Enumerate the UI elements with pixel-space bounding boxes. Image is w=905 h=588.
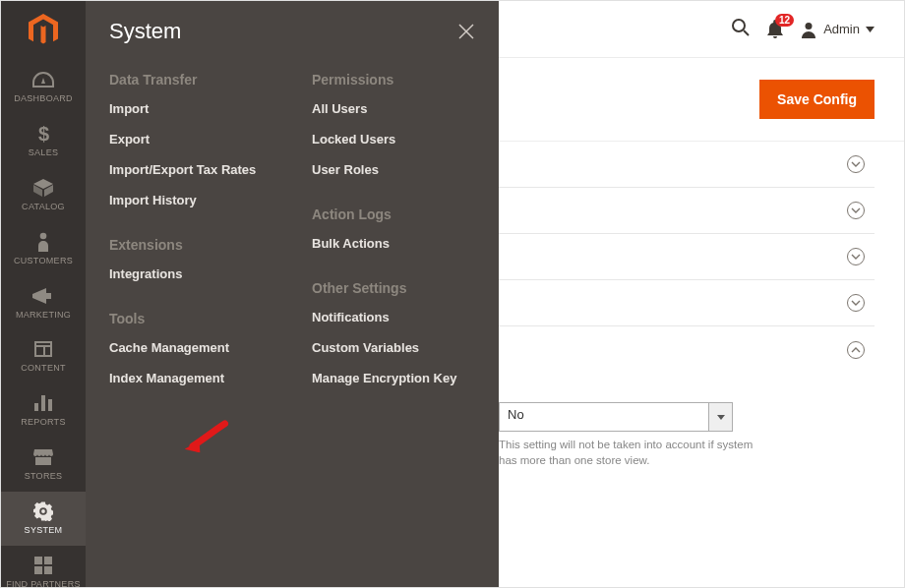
system-flyout: System Data Transfer Import Export Impor… (86, 1, 499, 587)
nav-label: CUSTOMERS (14, 257, 73, 266)
annotation-arrow-icon (184, 416, 229, 459)
nav-label: REPORTS (21, 418, 65, 428)
box-icon (30, 176, 57, 200)
svg-point-22 (733, 20, 745, 31)
nav-sales[interactable]: $ SALES (1, 114, 86, 168)
notifications-icon[interactable]: 12 (766, 20, 784, 39)
flyout-title: System (109, 19, 181, 44)
store-icon (30, 445, 57, 469)
expand-toggle[interactable] (847, 202, 865, 219)
chevron-down-icon (851, 254, 861, 260)
dollar-icon: $ (30, 122, 57, 146)
item-bulk-actions[interactable]: Bulk Actions (312, 236, 475, 251)
save-config-button[interactable]: Save Config (759, 80, 875, 119)
group-title: Permissions (312, 72, 475, 88)
item-import-export-tax[interactable]: Import/Export Tax Rates (109, 162, 272, 177)
nav-label: SYSTEM (25, 526, 63, 536)
single-store-select[interactable]: No (499, 402, 754, 432)
puzzle-icon (30, 554, 57, 577)
svg-text:$: $ (38, 123, 49, 145)
chevron-down-icon (851, 207, 861, 213)
group-title: Other Settings (312, 280, 475, 296)
select-value: No (499, 402, 709, 432)
group-title: Extensions (109, 237, 272, 253)
person-icon (30, 230, 57, 254)
svg-line-23 (744, 30, 749, 35)
notification-badge: 12 (775, 14, 794, 27)
nav-stores[interactable]: STORES (1, 438, 86, 492)
item-user-roles[interactable]: User Roles (312, 162, 475, 177)
svg-point-6 (40, 232, 47, 239)
item-notifications[interactable]: Notifications (312, 310, 475, 324)
item-index-management[interactable]: Index Management (109, 371, 272, 385)
nav-label: DASHBOARD (14, 94, 73, 104)
item-all-users[interactable]: All Users (312, 101, 475, 116)
chevron-up-icon (851, 347, 861, 353)
bars-icon (30, 391, 57, 415)
nav-label: CATALOG (22, 203, 65, 212)
item-integrations[interactable]: Integrations (109, 266, 272, 281)
caret-down-icon (717, 415, 725, 420)
nav-dashboard[interactable]: DASHBOARD (1, 60, 86, 114)
nav-content[interactable]: CONTENT (1, 329, 86, 383)
nav-label: SALES (29, 148, 59, 158)
nav-system[interactable]: SYSTEM (1, 492, 86, 546)
item-import-history[interactable]: Import History (109, 193, 272, 207)
svg-rect-16 (44, 557, 52, 564)
expand-toggle[interactable] (847, 248, 865, 265)
svg-rect-17 (34, 566, 42, 574)
item-import[interactable]: Import (109, 101, 272, 116)
magento-logo[interactable] (1, 1, 86, 60)
svg-marker-26 (717, 415, 725, 420)
svg-marker-7 (32, 288, 46, 304)
user-label: Admin (823, 22, 860, 36)
close-icon[interactable] (457, 23, 475, 40)
item-export[interactable]: Export (109, 132, 272, 147)
nav-catalog[interactable]: CATALOG (1, 168, 86, 222)
nav-customers[interactable]: CUSTOMERS (1, 222, 86, 276)
svg-rect-15 (34, 557, 42, 564)
content-area: Save Config No This setting will not be … (499, 58, 904, 587)
dashboard-icon (30, 68, 57, 91)
svg-rect-13 (41, 395, 45, 411)
field-help-text: This setting will not be taken into acco… (499, 438, 754, 468)
group-title: Action Logs (312, 206, 475, 222)
admin-sidebar: DASHBOARD $ SALES CATALOG CUSTOMERS MARK… (1, 1, 86, 587)
chevron-down-icon (851, 161, 861, 167)
svg-point-24 (806, 23, 813, 29)
gear-icon (30, 500, 57, 523)
group-title: Data Transfer (109, 72, 272, 88)
nav-marketing[interactable]: MARKETING (1, 276, 86, 330)
nav-label: CONTENT (21, 364, 66, 374)
svg-rect-8 (46, 293, 51, 299)
svg-rect-12 (34, 403, 38, 411)
topbar: 12 Admin (499, 1, 904, 58)
item-locked-users[interactable]: Locked Users (312, 132, 475, 147)
svg-marker-1 (41, 26, 46, 43)
nav-label: FIND PARTNERS & EXTENSIONS (6, 580, 81, 588)
item-custom-variables[interactable]: Custom Variables (312, 340, 475, 355)
expand-toggle[interactable] (847, 294, 865, 312)
account-menu[interactable]: Admin (800, 21, 875, 38)
nav-label: STORES (25, 472, 63, 482)
svg-marker-21 (184, 440, 201, 453)
item-manage-encryption-key[interactable]: Manage Encryption Key (312, 371, 475, 385)
search-icon[interactable] (731, 18, 751, 41)
avatar-icon (800, 21, 817, 38)
collapse-toggle[interactable] (847, 341, 865, 359)
svg-rect-14 (48, 399, 52, 411)
group-title: Tools (109, 311, 272, 326)
layout-icon (30, 337, 57, 361)
caret-down-icon (866, 27, 875, 32)
svg-rect-18 (44, 566, 52, 574)
select-caret[interactable] (709, 402, 733, 432)
nav-reports[interactable]: REPORTS (1, 383, 86, 438)
item-cache-management[interactable]: Cache Management (109, 340, 272, 355)
expand-toggle[interactable] (847, 155, 865, 173)
chevron-down-icon (851, 300, 861, 306)
nav-label: MARKETING (16, 311, 71, 321)
svg-marker-25 (866, 27, 875, 32)
megaphone-icon (30, 284, 57, 308)
nav-partners[interactable]: FIND PARTNERS & EXTENSIONS (1, 546, 86, 588)
